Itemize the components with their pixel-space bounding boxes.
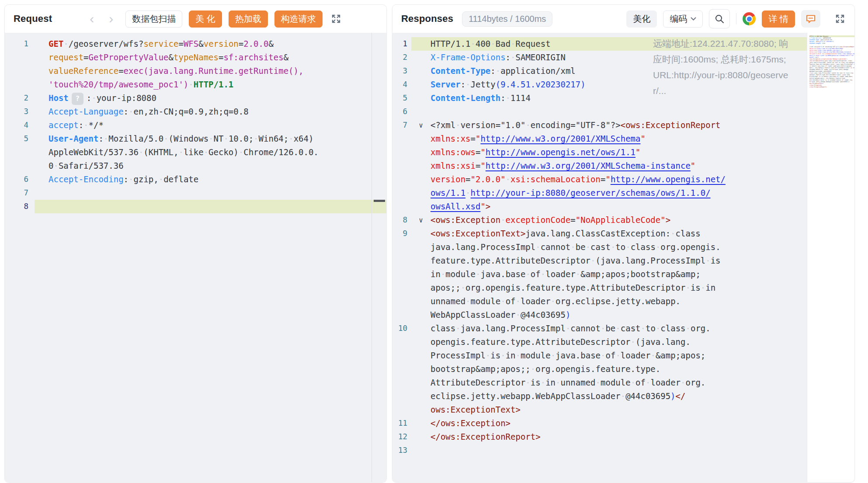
response-header: Responses 1114bytes / 1600ms 美化 编码 详 情 <box>392 5 854 33</box>
beautify-button[interactable]: 美 化 <box>189 10 222 28</box>
line-number <box>392 308 411 322</box>
code-row: ows:ExceptionText> <box>392 403 807 417</box>
fullscreen-expand-icon[interactable] <box>834 13 846 24</box>
line-number <box>392 349 411 362</box>
request-header: Request ‹ › 数据包扫描 美 化 热加载 构造请求 <box>5 5 386 33</box>
line-number <box>5 51 35 64</box>
xml-link[interactable]: http://www.w3.org/2001/XMLSchema-instanc… <box>486 161 691 170</box>
code-row: 13 <box>392 444 807 457</box>
code-row: opengis.feature.type.AttributeDescriptor… <box>392 335 807 349</box>
response-size-badge: 1114bytes / 1600ms <box>462 11 552 27</box>
fold-gutter <box>411 132 431 146</box>
fold-chevron-icon[interactable]: ∨ <box>411 213 431 227</box>
fold-gutter <box>411 417 431 430</box>
fold-gutter <box>411 376 431 389</box>
code-row: owsAll.xsd"> <box>392 200 807 213</box>
code-row: 1HTTP/1.1·400·Bad·Request <box>392 37 807 51</box>
code-row: feature.type.AttributeDescriptor·(java.l… <box>392 254 807 268</box>
minimap-row <box>809 88 854 90</box>
fold-gutter <box>411 227 431 240</box>
line-number <box>392 254 411 268</box>
code-row: in·module·java.base·of·loader·&amp;apos;… <box>392 268 807 281</box>
code-row: bootstrap&amp;apos;;·org.opengis.feature… <box>392 362 807 376</box>
search-button[interactable] <box>709 9 730 28</box>
cursor-position-marker[interactable] <box>374 200 385 202</box>
host-hint-badge[interactable]: ? <box>72 93 83 105</box>
code-row: 6Accept-Encoding:·gzip,·deflate <box>5 173 386 186</box>
fold-chevron-icon[interactable]: ∨ <box>411 118 431 132</box>
line-number <box>392 186 411 200</box>
back-arrow-icon[interactable]: ‹ <box>90 12 94 25</box>
line-number <box>392 200 411 213</box>
line-number: 2 <box>392 51 411 64</box>
fullscreen-expand-icon[interactable] <box>330 13 342 24</box>
details-button[interactable]: 详 情 <box>762 10 795 28</box>
response-code-editor[interactable]: 1HTTP/1.1·400·Bad·Request2X-Frame-Option… <box>392 33 854 482</box>
xml-link[interactable]: http://www.opengis.net/ows/1.1 <box>486 147 635 157</box>
xml-link[interactable]: http://www.opengis.net/ <box>611 174 726 184</box>
line-number <box>392 389 411 403</box>
line-number <box>392 240 411 254</box>
hot-reload-button[interactable]: 热加载 <box>229 10 268 28</box>
line-number <box>392 281 411 295</box>
toolbar-divider <box>736 13 736 24</box>
line-number: 4 <box>392 78 411 91</box>
code-row: xmlns:ows="http://www.opengis.net/ows/1.… <box>392 146 807 159</box>
line-number <box>392 295 411 308</box>
packet-scan-button[interactable]: 数据包扫描 <box>125 10 182 28</box>
line-number: 1 <box>392 37 411 51</box>
code-row: 7 <box>5 186 386 200</box>
code-row: 8∨<ows:Exception·exceptionCode="NoApplic… <box>392 213 807 227</box>
xml-link[interactable]: http://your-ip:8080/geoserver/schemas/ow… <box>471 188 711 198</box>
line-number <box>5 159 35 173</box>
line-number: 6 <box>392 105 411 118</box>
fold-gutter <box>411 91 431 105</box>
fold-gutter <box>411 430 431 444</box>
fold-gutter <box>411 186 431 200</box>
fold-gutter <box>411 78 431 91</box>
comment-button[interactable] <box>801 10 820 28</box>
fold-gutter <box>411 37 431 51</box>
open-in-chrome-icon[interactable] <box>743 12 756 25</box>
request-code-editor[interactable]: 1GET·/geoserver/wfs?service=WFS&version=… <box>5 33 386 482</box>
code-row: 4Server:·Jetty(9.4.51.v20230217) <box>392 78 807 91</box>
line-number: 8 <box>392 213 411 227</box>
history-nav: ‹ › <box>90 12 113 25</box>
code-row: 6 <box>392 105 807 118</box>
code-row: 3Accept-Language:·en,zh-CN;q=0.9,zh;q=0.… <box>5 105 386 118</box>
response-panel: Responses 1114bytes / 1600ms 美化 编码 详 情 <box>392 4 855 483</box>
line-number: 1 <box>5 37 35 51</box>
fold-gutter <box>411 51 431 64</box>
code-row: eclipse.jetty.webapp.WebAppClassLoader·@… <box>392 389 807 403</box>
encoding-dropdown[interactable]: 编码 <box>663 10 703 28</box>
line-number <box>392 403 411 417</box>
xml-link[interactable]: http://www.w3.org/2001/XMLSchema <box>480 134 640 143</box>
fold-gutter <box>411 173 431 186</box>
code-row: 12</ows:ExceptionReport> <box>392 430 807 444</box>
line-number <box>392 268 411 281</box>
xml-link[interactable]: owsAll.xsd <box>431 202 480 211</box>
encoding-label: 编码 <box>670 14 687 24</box>
line-number <box>392 362 411 376</box>
line-number: 9 <box>392 227 411 240</box>
fold-gutter <box>411 159 431 173</box>
code-row: 10class·java.lang.ProcessImpl·cannot·be·… <box>392 322 807 335</box>
code-row: ProcessImpl·is·in·module·java.base·of·lo… <box>392 349 807 362</box>
minimap[interactable]: HTTP/1.1·400·Bad·RequestX-Frame-Options:… <box>807 33 854 482</box>
build-request-button[interactable]: 构造请求 <box>274 10 323 28</box>
chevron-down-icon <box>691 17 696 21</box>
line-number: 5 <box>392 91 411 105</box>
xml-link[interactable]: ows/1.1 <box>431 188 465 198</box>
code-row: 5Content-Length:·1114 <box>392 91 807 105</box>
fold-gutter <box>411 64 431 78</box>
code-row: 9<ows:ExceptionText>java.lang.ClassCastE… <box>392 227 807 240</box>
forward-arrow-icon[interactable]: › <box>109 12 113 25</box>
line-number <box>392 132 411 146</box>
code-row: 0·Safari/537.36 <box>5 159 386 173</box>
line-number <box>392 335 411 349</box>
fold-gutter <box>411 105 431 118</box>
fold-gutter <box>411 254 431 268</box>
response-beautify-button[interactable]: 美化 <box>626 10 657 28</box>
code-row: 2X-Frame-Options:·SAMEORIGIN <box>392 51 807 64</box>
code-row: request=GetPropertyValue&typeNames=sf:ar… <box>5 51 386 64</box>
